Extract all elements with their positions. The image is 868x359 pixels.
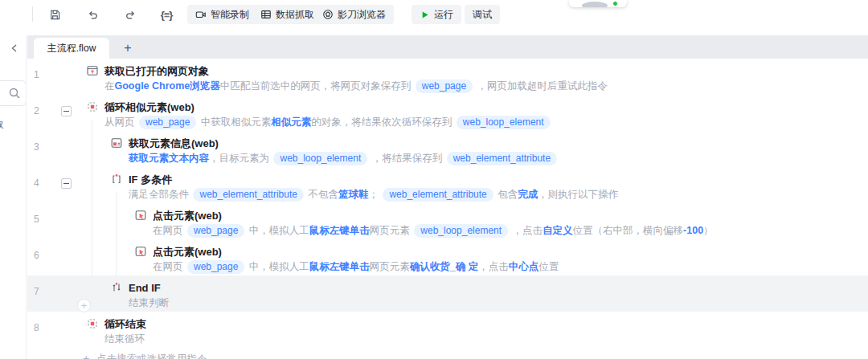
variable-pill[interactable]: web_page <box>187 260 244 274</box>
endif-icon <box>111 282 122 293</box>
step-description: 在网页 web_page 中，模拟人工鼠标左键单击网页元素确认收货_确 定，点击… <box>153 259 559 275</box>
toolbar-divider <box>32 6 33 22</box>
collapse-toggle[interactable] <box>61 106 72 116</box>
collapse-toggle[interactable] <box>61 178 72 189</box>
step-title: 点击元素(web) <box>153 245 559 259</box>
yingdao-browser-icon <box>322 9 334 20</box>
flow-panel: 主流程.flow + 1 获取已打开的网页对象 在Google Chrome浏览… <box>27 35 868 359</box>
chevron-left-icon <box>9 42 20 55</box>
smart-record-label: 智能录制 <box>211 8 249 22</box>
variable-pill[interactable]: web_page <box>416 80 473 93</box>
desc-text: 在网页 <box>153 261 186 272</box>
desc-text: ，点击 <box>510 225 542 236</box>
desc-text: 位置 <box>538 261 559 272</box>
row-number: 7 <box>34 286 39 297</box>
variables-button[interactable]: {≡} <box>156 4 177 25</box>
step-title: End IF <box>129 281 169 295</box>
desc-text: 网页元素 <box>370 261 410 272</box>
param-link[interactable]: 鼠标左键单击 <box>309 225 370 236</box>
param-link[interactable]: 获取元素文本内容 <box>129 153 209 164</box>
param-link[interactable]: 中心点 <box>509 261 539 272</box>
row-number: 4 <box>34 177 39 189</box>
collapse-panel-button[interactable] <box>9 42 20 55</box>
step-description: 从网页 web_page 中获取相似元素相似元素的对象，将结果依次循环保存到 w… <box>104 114 552 130</box>
variable-pill[interactable]: web_loop_element <box>414 224 508 238</box>
flow-row[interactable]: 1 获取已打开的网页对象 在Google Chrome浏览器中匹配当前选中的网页… <box>27 59 868 95</box>
flow-list: 1 获取已打开的网页对象 在Google Chrome浏览器中匹配当前选中的网页… <box>27 59 868 359</box>
param-link[interactable]: 自定义 <box>542 225 573 236</box>
click-icon <box>135 246 146 257</box>
flow-row[interactable]: 2 循环相似元素(web) 从网页 web_page 中获取相似元素相似元素的对… <box>27 95 868 131</box>
flow-row[interactable]: 6 点击元素(web) 在网页 web_page 中，模拟人工鼠标左键单击网页元… <box>27 239 868 275</box>
flow-row[interactable]: 4 IF 多条件 满足全部条件 web_element_attribute 不包… <box>27 167 868 203</box>
click-icon <box>135 210 146 221</box>
variable-pill[interactable]: web_element_attribute <box>447 152 557 165</box>
param-link[interactable]: -100 <box>683 225 703 236</box>
tab-main-flow[interactable]: 主流程.flow <box>34 38 109 59</box>
debug-label: 调试 <box>473 8 492 22</box>
param-link[interactable]: 相似元素 <box>271 116 311 128</box>
param-link[interactable]: 鼠标左键单击 <box>309 261 370 272</box>
if-icon <box>111 173 122 185</box>
desc-text: 结束循环 <box>104 333 145 345</box>
desc-text: 中，模拟人工 <box>246 261 309 272</box>
add-step-hint[interactable]: ＋ 点击搜索或选择常用指令 <box>80 348 868 359</box>
yingdao-browser-button[interactable]: 影刀浏览器 <box>314 5 394 24</box>
run-button[interactable]: 运行 <box>411 5 461 24</box>
tab-bar: 主流程.flow + <box>27 35 868 59</box>
undo-icon <box>87 9 99 21</box>
yingdao-browser-label: 影刀浏览器 <box>338 8 386 22</box>
insert-step-button[interactable]: + <box>77 299 91 312</box>
step-description: 结束判断 <box>129 295 169 311</box>
desc-text: 的对象，将结果依次循环保存到 <box>311 116 454 128</box>
table-icon <box>260 9 272 20</box>
desc-text: ） <box>703 225 714 236</box>
flow-row[interactable]: 8 循环结束 结束循环 <box>27 312 868 348</box>
variable-pill[interactable]: web_element_attribute <box>383 188 493 202</box>
row-number: 3 <box>34 141 39 153</box>
param-link[interactable]: 篮球鞋 <box>338 189 369 200</box>
variable-pill[interactable]: web_loop_element <box>457 116 551 129</box>
desc-text: 中获取相似元素 <box>198 116 271 128</box>
plus-icon: + <box>124 41 131 55</box>
smart-record-button[interactable]: 智能录制 <box>187 5 257 24</box>
save-button[interactable] <box>44 4 65 25</box>
desc-text: 包含 <box>495 189 518 200</box>
flow-row[interactable]: 3 获取元素信息(web) 获取元素文本内容，目标元素为 web_loop_el… <box>27 131 868 167</box>
flow-row[interactable]: 7 End IF 结束判断 <box>27 275 868 312</box>
redo-button[interactable] <box>120 4 141 25</box>
undo-button[interactable] <box>82 4 103 25</box>
sidebar-partial-label: 取 <box>0 118 4 132</box>
row-number: 8 <box>34 322 39 333</box>
desc-text: 位置（右中部，横向偏移 <box>573 225 684 236</box>
desc-text: 从网页 <box>104 116 137 128</box>
desc-text: ，则执行以下操作 <box>538 189 618 200</box>
variable-pill[interactable]: web_loop_element <box>273 152 367 165</box>
add-tab-button[interactable]: + <box>116 38 140 59</box>
desc-text: 结束判断 <box>129 297 169 308</box>
variable-pill[interactable]: web_page <box>187 224 244 238</box>
variable-pill[interactable]: web_element_attribute <box>193 188 303 202</box>
browser-window-icon <box>87 65 98 76</box>
debug-button[interactable]: 调试 <box>465 5 500 24</box>
param-link[interactable]: Google Chrome浏览器 <box>115 80 220 92</box>
data-capture-button[interactable]: 数据抓取 <box>252 5 322 24</box>
step-description: 获取元素文本内容，目标元素为 web_loop_element ，将结果保存到 … <box>129 150 559 166</box>
row-number: 1 <box>34 69 39 80</box>
step-title: 循环结束 <box>104 317 146 331</box>
record-icon <box>195 9 207 20</box>
step-title: 获取元素信息(web) <box>129 137 559 150</box>
toolbar: {≡} 智能录制 数据抓取 影刀浏览器 运行 调试 <box>0 0 868 35</box>
variable-pill[interactable]: web_page <box>139 116 196 129</box>
row-number: 6 <box>34 250 39 261</box>
loop-icon <box>87 101 98 112</box>
param-link[interactable]: 确认收货_确 定 <box>410 261 478 272</box>
search-input[interactable] <box>0 80 27 106</box>
desc-text: 满足全部条件 <box>129 189 191 200</box>
row-number: 2 <box>34 105 39 116</box>
desc-text: ，点击 <box>478 261 509 272</box>
param-link[interactable]: 完成 <box>518 189 538 200</box>
flow-row[interactable]: 5 点击元素(web) 在网页 web_page 中，模拟人工鼠标左键单击网页元… <box>27 203 868 239</box>
user-avatar-fragment[interactable] <box>569 0 627 7</box>
loop-end-icon <box>87 318 98 329</box>
